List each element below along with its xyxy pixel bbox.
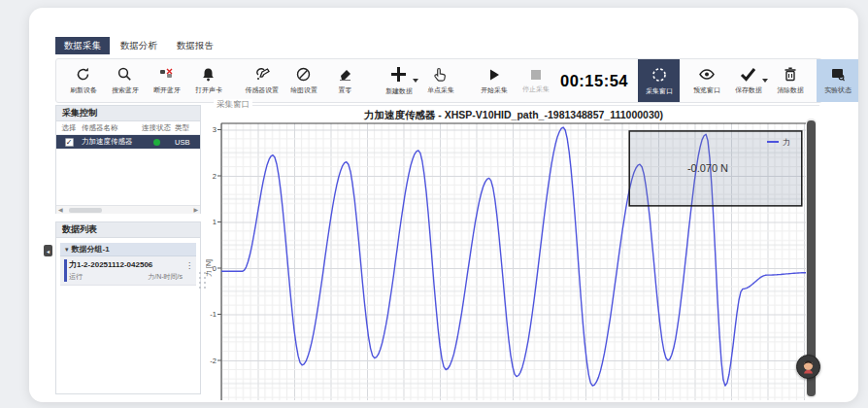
experiment-status-button[interactable]: 实验状态 xyxy=(817,59,858,102)
sensor-row[interactable]: ✓ 力加速度传感器 USB xyxy=(56,135,200,149)
scroll-right-arrow[interactable]: ▶ xyxy=(193,207,198,213)
toolbar: 刷新设备 搜索蓝牙 断开蓝牙 打开声卡 传感器设置 绘图设置 置零 xyxy=(55,58,822,103)
play-icon xyxy=(486,67,502,83)
bell-icon xyxy=(200,66,217,83)
zero-button[interactable]: 置零 xyxy=(324,59,366,102)
hand-point-icon xyxy=(432,66,449,83)
hscroll-thumb[interactable] xyxy=(69,208,102,213)
app-window: 数据采集 数据分析 数据报告 刷新设备 搜索蓝牙 断开蓝牙 打开声卡 传感器设置 xyxy=(29,8,858,402)
open-soundcard-button[interactable]: 打开声卡 xyxy=(187,59,229,102)
data-item-state: 运行 xyxy=(69,272,83,282)
collect-timer: 00:15:54 xyxy=(560,72,628,90)
sensor-settings-icon xyxy=(253,66,271,83)
clear-data-button[interactable]: 清除数据 xyxy=(769,59,811,102)
chart-panel: 力加速度传感器 - XHSP-V10HID_path_-1981348857_1… xyxy=(206,109,810,400)
dropdown-caret[interactable] xyxy=(413,79,418,83)
collect-window-button[interactable]: 采集窗口 xyxy=(638,59,680,102)
plot-settings-icon xyxy=(295,66,312,83)
eraser-icon xyxy=(337,66,353,83)
sensor-settings-button[interactable]: 传感器设置 xyxy=(241,59,283,102)
y-axis-label: 力 [N] xyxy=(206,259,213,277)
tab-data-analysis[interactable]: 数据分析 xyxy=(112,37,166,54)
svg-text:-1: -1 xyxy=(210,310,217,319)
stop-icon xyxy=(529,68,543,82)
data-item-axes: 力/N-时间/s xyxy=(148,272,183,282)
chevron-down-icon: ▾ xyxy=(65,246,69,254)
plot-settings-button[interactable]: 绘图设置 xyxy=(283,59,324,102)
start-collect-button[interactable]: 开始采集 xyxy=(473,59,515,102)
save-data-button[interactable]: 保存数据 xyxy=(727,59,769,102)
plus-icon xyxy=(389,65,408,84)
svg-text:1: 1 xyxy=(213,218,217,226)
item-menu-icon[interactable]: ⋮ xyxy=(185,261,193,270)
collect-control-title: 采集控制 xyxy=(56,106,200,121)
tab-data-collect[interactable]: 数据采集 xyxy=(55,37,110,54)
check-icon xyxy=(739,66,757,83)
sensor-checkbox[interactable]: ✓ xyxy=(65,138,74,147)
single-point-collect-button[interactable]: 单点采集 xyxy=(419,59,461,102)
collect-window-section-label: 采集窗口 xyxy=(214,99,252,111)
svg-text:0: 0 xyxy=(213,264,217,273)
data-group-header[interactable]: ▾ 数据分组-1 xyxy=(60,243,196,256)
sensor-table-header: 选择 传感器名称 连接状态 类型 xyxy=(56,121,200,135)
disconnect-bluetooth-button[interactable]: 断开蓝牙 xyxy=(146,59,187,102)
svg-text:3: 3 xyxy=(213,125,217,134)
connection-status-dot xyxy=(153,139,160,146)
svg-text:-2: -2 xyxy=(210,357,217,365)
trash-icon xyxy=(783,66,798,83)
scroll-left-arrow[interactable]: ◀ xyxy=(58,207,63,213)
sensor-type: USB xyxy=(175,138,200,147)
data-list-title: 数据列表 xyxy=(56,222,200,238)
chart-title: 力加速度传感器 - XHSP-V10HID_path_-1981348857_1… xyxy=(221,109,806,122)
y-axis-ticks: 3 2 1 0 -1 -2 xyxy=(210,125,221,365)
svg-text:2: 2 xyxy=(213,172,217,181)
section-divider xyxy=(245,105,819,106)
stop-collect-button[interactable]: 停止采集 xyxy=(515,59,556,102)
chart-plot-area[interactable]: 3 2 1 0 -1 -2 力 [N] 力 -0.070 N xyxy=(206,122,810,400)
data-item-title: 力1-2-20251112-042506 xyxy=(69,259,183,270)
main-tabs: 数据采集 数据分析 数据报告 xyxy=(55,37,222,54)
refresh-icon xyxy=(75,66,91,83)
status-screen-icon xyxy=(829,66,847,83)
bluetooth-disconnect-icon xyxy=(158,66,175,83)
sensor-table-hscrollbar[interactable]: ◀ ▶ xyxy=(56,205,200,214)
sidebar-collapse-handle[interactable]: ◂ xyxy=(44,245,52,256)
dropdown-caret[interactable] xyxy=(762,79,768,83)
avatar-face-icon xyxy=(800,358,817,375)
collect-control-panel: 采集控制 选择 传感器名称 连接状态 类型 ✓ 力加速度传感器 USB ◀ ▶ xyxy=(55,105,201,214)
tab-data-report[interactable]: 数据报告 xyxy=(168,37,222,54)
sensor-name: 力加速度传感器 xyxy=(82,137,138,147)
data-list-item[interactable]: 力1-2-20251112-042506 运行 力/N-时间/s ⋮ xyxy=(60,256,196,286)
search-bluetooth-button[interactable]: 搜索蓝牙 xyxy=(104,59,146,102)
dashed-circle-icon xyxy=(651,66,668,84)
preview-window-button[interactable]: 预览窗口 xyxy=(685,59,727,102)
svg-text:力: 力 xyxy=(783,138,790,147)
search-icon xyxy=(117,66,133,83)
eye-icon xyxy=(698,66,716,83)
refresh-device-button[interactable]: 刷新设备 xyxy=(62,59,104,102)
new-data-button[interactable]: 新建数据 xyxy=(378,59,419,102)
assistant-avatar-button[interactable] xyxy=(796,355,820,379)
value-annotation: -0.070 N xyxy=(687,162,728,174)
data-list-panel: 数据列表 ▾ 数据分组-1 力1-2-20251112-042506 运行 力/… xyxy=(55,221,201,394)
